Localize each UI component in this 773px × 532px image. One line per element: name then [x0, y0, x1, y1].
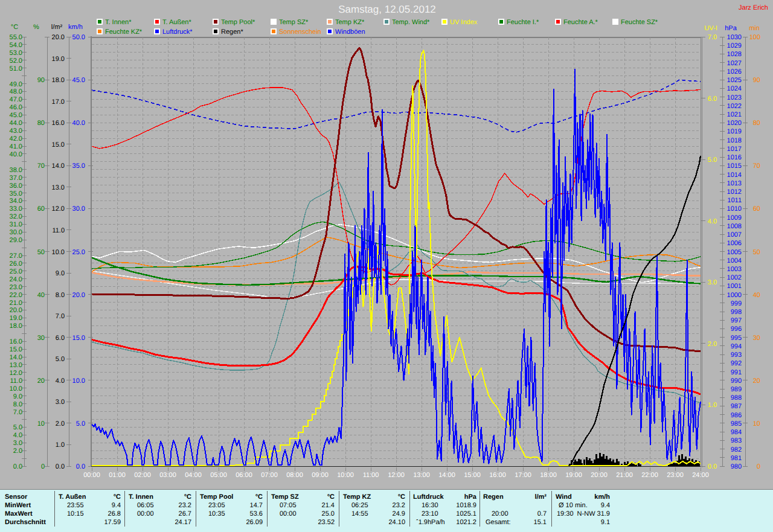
svg-text:min: min — [749, 25, 760, 32]
svg-text:18.0: 18.0 — [52, 77, 65, 84]
svg-text:33.0: 33.0 — [10, 205, 22, 213]
svg-text:5.0: 5.0 — [708, 156, 717, 164]
svg-text:50: 50 — [37, 249, 45, 256]
svg-text:Wind: Wind — [556, 493, 572, 501]
svg-text:13.0: 13.0 — [10, 362, 22, 369]
svg-text:987: 987 — [731, 403, 742, 410]
svg-text:41.0: 41.0 — [10, 143, 22, 150]
svg-text:5.0: 5.0 — [56, 356, 65, 363]
svg-text:1027: 1027 — [727, 60, 742, 67]
svg-text:49.0: 49.0 — [10, 81, 22, 88]
svg-text:3.0: 3.0 — [13, 440, 22, 447]
svg-text:26.8: 26.8 — [108, 510, 121, 518]
svg-text:26.09: 26.09 — [246, 519, 263, 526]
svg-text:10:15: 10:15 — [67, 510, 84, 518]
svg-text:981: 981 — [731, 455, 742, 462]
svg-text:3.0: 3.0 — [56, 399, 65, 406]
svg-text:48.0: 48.0 — [10, 88, 22, 95]
svg-text:999: 999 — [731, 300, 742, 307]
svg-text:T. Innen*: T. Innen* — [105, 19, 132, 26]
svg-text:40.0: 40.0 — [10, 151, 22, 158]
svg-text:1030: 1030 — [727, 34, 742, 41]
svg-text:0.7: 0.7 — [537, 510, 547, 518]
svg-text:982: 982 — [731, 446, 742, 453]
svg-text:Windböen: Windböen — [335, 28, 365, 36]
svg-text:1026: 1026 — [727, 68, 742, 75]
svg-text:09:00: 09:00 — [312, 472, 329, 479]
svg-text:7.0: 7.0 — [13, 409, 22, 416]
svg-text:Temp. Wind*: Temp. Wind* — [392, 19, 430, 26]
svg-text:26.7: 26.7 — [179, 510, 191, 518]
svg-text:1017: 1017 — [727, 146, 742, 153]
svg-text:1024: 1024 — [727, 85, 742, 92]
svg-text:3.0: 3.0 — [708, 279, 717, 286]
svg-text:986: 986 — [731, 412, 742, 419]
svg-text:01:00: 01:00 — [109, 472, 126, 479]
svg-text:Durchschnitt: Durchschnitt — [5, 519, 46, 526]
svg-text:14.0: 14.0 — [52, 162, 65, 170]
svg-text:40: 40 — [753, 292, 760, 299]
svg-text:80: 80 — [37, 120, 45, 127]
svg-text:27.0: 27.0 — [10, 252, 22, 260]
svg-text:11:00: 11:00 — [363, 472, 379, 479]
svg-text:l/m²: l/m² — [534, 493, 547, 501]
svg-text:km/h: km/h — [594, 493, 610, 501]
svg-text:1003: 1003 — [727, 266, 742, 273]
svg-text:Temp Pool*: Temp Pool* — [221, 19, 255, 26]
svg-text:20.0: 20.0 — [72, 292, 85, 299]
svg-text:19.0: 19.0 — [10, 315, 22, 322]
svg-text:Ø 10 min.: Ø 10 min. — [559, 502, 588, 509]
svg-text:20:00: 20:00 — [492, 510, 508, 518]
svg-text:29.0: 29.0 — [10, 237, 22, 244]
svg-text:1011: 1011 — [727, 197, 742, 204]
svg-text:1018: 1018 — [727, 137, 742, 144]
svg-text:11.0: 11.0 — [10, 377, 22, 385]
svg-text:20: 20 — [37, 377, 45, 385]
svg-text:24.0: 24.0 — [10, 276, 22, 283]
svg-text:hPa: hPa — [725, 25, 737, 32]
svg-text:51.0: 51.0 — [10, 65, 22, 72]
svg-text:22:00: 22:00 — [641, 472, 658, 479]
svg-text:985: 985 — [731, 420, 742, 428]
svg-text:%: % — [33, 24, 39, 31]
svg-text:10.0: 10.0 — [72, 377, 85, 385]
svg-text:23:05: 23:05 — [208, 502, 225, 509]
svg-text:°C: °C — [327, 493, 335, 501]
svg-text:1029: 1029 — [727, 42, 742, 50]
svg-text:53.0: 53.0 — [10, 50, 22, 57]
svg-text:992: 992 — [731, 360, 742, 367]
svg-text:06:25: 06:25 — [351, 502, 368, 509]
svg-text:Gesamt:: Gesamt: — [486, 519, 511, 526]
svg-text:1021: 1021 — [727, 111, 742, 118]
svg-text:0: 0 — [757, 463, 760, 470]
svg-text:13:00: 13:00 — [413, 472, 430, 479]
svg-text:Feuchte KZ*: Feuchte KZ* — [105, 28, 143, 36]
svg-text:34.0: 34.0 — [10, 197, 22, 205]
svg-text:24.17: 24.17 — [175, 519, 191, 526]
svg-text:15.1: 15.1 — [534, 519, 547, 526]
svg-text:1002: 1002 — [727, 274, 742, 281]
svg-text:1028: 1028 — [727, 51, 742, 58]
svg-text:11.0: 11.0 — [52, 227, 65, 234]
svg-text:16:30: 16:30 — [422, 502, 438, 509]
svg-text:17.59: 17.59 — [104, 519, 121, 526]
svg-text:23:00: 23:00 — [667, 472, 684, 479]
svg-text:Temp KZ: Temp KZ — [343, 493, 371, 501]
svg-text:10: 10 — [753, 420, 760, 428]
svg-text:5.0: 5.0 — [13, 424, 22, 431]
svg-text:32.0: 32.0 — [10, 213, 22, 220]
svg-text:44.0: 44.0 — [10, 120, 22, 127]
svg-text:8.0: 8.0 — [13, 401, 22, 408]
svg-text:12.0: 12.0 — [52, 205, 65, 213]
svg-text:Luftdruck: Luftdruck — [413, 493, 444, 501]
svg-text:23.2: 23.2 — [179, 502, 191, 509]
svg-text:08:00: 08:00 — [286, 472, 303, 479]
svg-text:60: 60 — [753, 205, 760, 213]
svg-text:45.0: 45.0 — [72, 77, 85, 84]
svg-text:25.0: 25.0 — [322, 510, 335, 518]
svg-text:16.0: 16.0 — [52, 120, 65, 127]
svg-text:995: 995 — [731, 335, 742, 342]
svg-text:21:00: 21:00 — [616, 472, 633, 479]
svg-text:0.0: 0.0 — [56, 463, 65, 470]
svg-text:00:00: 00:00 — [83, 472, 100, 479]
